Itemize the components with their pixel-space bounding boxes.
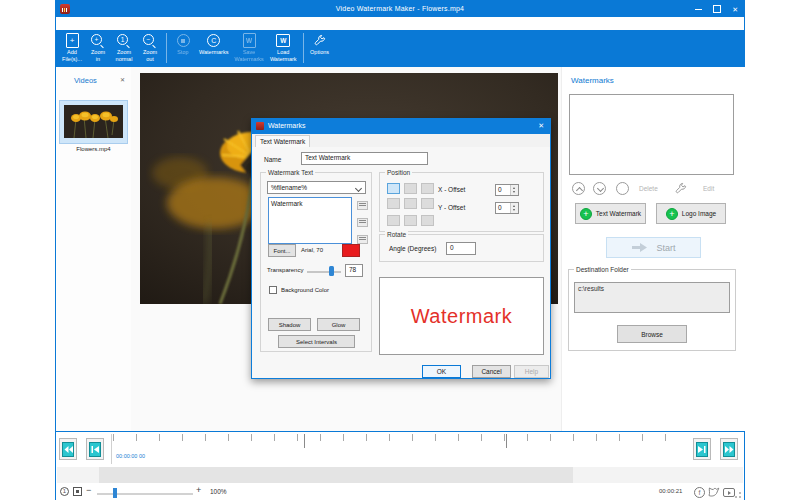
angle-input[interactable]: 0 — [446, 242, 476, 255]
spinner-arrows-icon[interactable] — [510, 185, 518, 195]
position-cell-top-right[interactable] — [421, 183, 434, 194]
transparency-slider[interactable] — [307, 271, 341, 273]
youtube-icon[interactable] — [723, 488, 735, 497]
select-intervals-button[interactable]: Select Intervals — [278, 335, 355, 348]
position-cell-middle-center[interactable] — [404, 198, 417, 209]
spinner-arrows-icon[interactable] — [510, 203, 518, 213]
transparency-value[interactable]: 78 — [345, 264, 363, 277]
zoom-out-button[interactable]: − Zoomout — [137, 32, 163, 64]
twitter-icon[interactable] — [708, 487, 720, 497]
load-watermark-button[interactable]: W LoadWatermark — [267, 32, 300, 64]
shadow-button[interactable]: Shadow — [268, 318, 311, 331]
position-group-label: Position — [385, 169, 412, 176]
fast-forward-icon — [723, 442, 735, 457]
resize-grip[interactable] — [735, 492, 741, 498]
font-color-swatch[interactable] — [342, 244, 360, 257]
menu-help[interactable]: Help — [205, 20, 228, 27]
video-list-item[interactable] — [59, 100, 128, 144]
menu-selection[interactable]: Selection — [104, 20, 141, 27]
zoom-in-button[interactable]: + Zoomin — [85, 32, 111, 64]
zoom-minus-icon[interactable]: − — [86, 485, 91, 495]
status-bar: 1 − + 100% 00:00:21 f — [56, 484, 744, 500]
stop-icon — [177, 34, 190, 47]
align-center-icon[interactable] — [357, 218, 368, 227]
timeline-ruler[interactable] — [113, 434, 686, 441]
maximize-icon[interactable] — [713, 5, 721, 13]
facebook-icon[interactable]: f — [694, 487, 705, 498]
options-button[interactable]: Options — [307, 32, 333, 57]
save-watermark-icon: W — [243, 33, 256, 48]
dialog-title-bar[interactable]: Watermarks ✕ — [252, 119, 550, 134]
glow-button[interactable]: Glow — [317, 318, 360, 331]
rotate-group-label: Rotate — [385, 231, 408, 238]
menu-tools[interactable]: Tools — [141, 20, 166, 27]
watermarks-button[interactable]: C Watermarks — [196, 32, 231, 57]
edit-label: Edit — [703, 185, 714, 192]
position-cell-bottom-center[interactable] — [404, 215, 417, 226]
minimize-icon[interactable] — [695, 9, 702, 10]
zoom-normal-button[interactable]: 1 Zoomnormal — [111, 32, 137, 64]
plus-icon: + — [580, 208, 592, 220]
zoom-level-value: 100% — [210, 488, 227, 495]
dialog-tabs: Text Watermark — [252, 134, 550, 148]
position-cell-middle-left[interactable] — [387, 198, 400, 209]
watermarks-list[interactable] — [569, 94, 734, 175]
name-input[interactable]: Text Watermark — [301, 152, 428, 165]
video-thumbnail — [64, 105, 123, 138]
zoom-plus-icon[interactable]: + — [196, 485, 201, 495]
watermark-text-input[interactable]: Watermark — [268, 197, 352, 244]
videos-panel-close-icon[interactable]: ✕ — [120, 76, 125, 83]
stop-button: Stop — [170, 32, 196, 57]
edit-wrench-icon[interactable] — [674, 182, 687, 195]
add-files-button[interactable]: + AddFile(s)... — [59, 32, 85, 64]
zoom-actual-icon[interactable]: 1 — [60, 487, 69, 496]
move-up-button[interactable] — [572, 182, 585, 195]
dialog-app-icon — [256, 122, 264, 130]
align-right-icon[interactable] — [357, 235, 368, 244]
position-cell-top-left[interactable] — [387, 183, 400, 194]
watermark-text-group-label: Watermark Text — [266, 169, 315, 176]
zoom-in-icon: + — [91, 34, 102, 45]
background-color-checkbox[interactable] — [269, 286, 277, 294]
position-cell-middle-right[interactable] — [421, 198, 434, 209]
x-offset-spinner[interactable]: 0 — [495, 184, 519, 196]
menu-view[interactable]: View — [81, 20, 105, 27]
zoom-slider[interactable] — [97, 493, 193, 495]
next-file-button[interactable] — [720, 438, 738, 460]
move-down-button[interactable] — [593, 182, 606, 195]
timeline-scrollbar[interactable] — [57, 467, 743, 483]
timeline-scrollbar-thumb[interactable] — [99, 467, 573, 483]
position-cell-bottom-right[interactable] — [421, 215, 434, 226]
menu-softorbits[interactable]: SoftOrbits — [166, 20, 205, 27]
cancel-button[interactable]: Cancel — [472, 365, 511, 378]
text-source-select[interactable]: %filename% — [267, 181, 366, 194]
wrench-icon — [313, 34, 326, 47]
y-offset-spinner[interactable]: 0 — [495, 202, 519, 214]
font-button[interactable]: Font... — [268, 244, 296, 257]
dialog-close-icon[interactable]: ✕ — [538, 122, 544, 130]
videos-panel: Videos ✕ Flowers.mp4 — [57, 67, 131, 431]
toolbar: + AddFile(s)... + Zoomin 1 Zoomnormal − … — [56, 30, 744, 67]
close-icon[interactable]: ✕ — [732, 6, 738, 13]
browse-button[interactable]: Browse — [617, 325, 687, 343]
next-frame-button[interactable] — [693, 438, 711, 460]
previous-file-button[interactable] — [59, 438, 77, 460]
destination-folder-field[interactable]: c:\results — [574, 282, 730, 313]
previous-frame-button[interactable] — [86, 438, 104, 460]
add-logo-image-button[interactable]: + Logo Image — [656, 203, 726, 224]
angle-label: Angle (Degrees) — [389, 245, 436, 252]
position-cell-top-center[interactable] — [404, 183, 417, 194]
add-text-watermark-button[interactable]: + Text Watermark — [575, 203, 646, 224]
zoom-slider-thumb[interactable] — [113, 488, 117, 498]
save-watermarks-button: W SaveWatermarks — [231, 32, 266, 64]
position-cell-bottom-left[interactable] — [387, 215, 400, 226]
start-button[interactable]: Start — [606, 237, 701, 258]
zoom-fit-icon[interactable] — [73, 487, 82, 496]
title-bar: Video Watermark Maker - Flowers.mp4 ✕ — [56, 1, 744, 17]
menu-file[interactable]: File — [60, 20, 81, 27]
background-color-label: Background Color — [281, 287, 329, 293]
ok-button[interactable]: OK — [422, 365, 461, 378]
align-left-icon[interactable] — [357, 201, 368, 210]
transparency-slider-thumb[interactable] — [329, 266, 334, 276]
delete-button[interactable] — [616, 182, 629, 195]
